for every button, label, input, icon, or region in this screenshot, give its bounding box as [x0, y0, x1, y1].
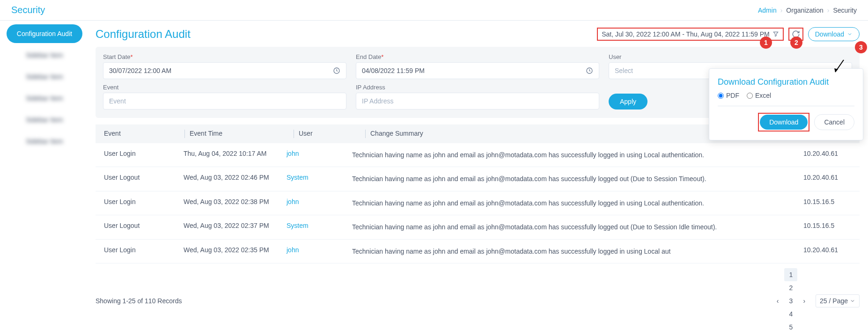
clock-icon — [333, 67, 340, 74]
cancel-button[interactable]: Cancel — [814, 114, 854, 130]
page-top-title: Security — [11, 5, 45, 15]
chevron-down-icon — [847, 31, 853, 37]
apply-button[interactable]: Apply — [609, 94, 647, 110]
page-2[interactable]: 2 — [784, 281, 797, 294]
breadcrumb-admin[interactable]: Admin — [758, 7, 777, 14]
callout-3: 3 — [855, 41, 867, 53]
table-row: User LoginWed, Aug 03, 2022 02:38 PMjohn… — [96, 191, 860, 215]
sidebar-item[interactable]: Sidebar Item — [7, 89, 82, 108]
sidebar-item[interactable]: Sidebar Item — [7, 67, 82, 86]
cell-time: Wed, Aug 03, 2022 02:46 PM — [182, 174, 285, 181]
user-filter-label: User — [609, 53, 852, 60]
table-row: User LoginWed, Aug 03, 2022 02:35 PMjohn… — [96, 240, 860, 263]
cell-event: User Login — [102, 246, 182, 254]
cell-time: Wed, Aug 03, 2022 02:37 PM — [182, 222, 285, 229]
sidebar: Configuration Audit Sidebar Item Sidebar… — [0, 21, 89, 336]
radio-pdf-input[interactable] — [718, 93, 724, 99]
table-row: User LoginThu, Aug 04, 2022 10:17 AMjohn… — [96, 143, 860, 167]
cell-event: User Logout — [102, 174, 182, 181]
ip-filter-label: IP Address — [356, 84, 599, 91]
cell-summary: Technician having name as john and email… — [350, 246, 802, 256]
event-filter-label: Event — [103, 84, 346, 91]
col-event: Event — [102, 130, 182, 138]
cell-summary: Technician having name as john and email… — [350, 222, 802, 232]
cell-time: Wed, Aug 03, 2022 02:35 PM — [182, 246, 285, 254]
breadcrumb: Admin › Organization › Security — [758, 7, 857, 14]
radio-excel-input[interactable] — [747, 93, 753, 99]
cell-time: Thu, Aug 04, 2022 10:17 AM — [182, 150, 285, 157]
page-size-select[interactable]: 25 / Page — [816, 294, 860, 307]
cell-event: User Login — [102, 150, 182, 157]
breadcrumb-organization[interactable]: Organization — [786, 7, 823, 14]
cell-event: User Login — [102, 198, 182, 205]
end-date-input[interactable]: 04/08/2022 11:59 PM — [356, 62, 599, 79]
filter-icon — [772, 31, 779, 37]
cell-summary: Technician having name as john and email… — [350, 150, 802, 160]
cell-user[interactable]: john — [285, 198, 350, 205]
sidebar-item[interactable]: Sidebar Item — [7, 46, 82, 65]
cell-ip: 10.20.40.61 — [802, 174, 853, 181]
event-input[interactable]: Event — [103, 93, 346, 110]
cell-ip: 10.15.16.5 — [802, 198, 853, 205]
table-row: User LogoutWed, Aug 03, 2022 02:46 PMSys… — [96, 167, 860, 191]
page-1[interactable]: 1 — [784, 268, 797, 281]
col-time: Event Time — [188, 130, 291, 138]
cell-ip: 10.15.16.5 — [802, 222, 853, 229]
record-count: Showing 1-25 of 110 Records — [96, 297, 182, 305]
download-popup: Download Configuration Audit PDF Excel D… — [709, 68, 863, 140]
page-5[interactable]: 5 — [784, 321, 797, 334]
date-range-filter[interactable]: Sat, Jul 30, 2022 12:00 AM - Thu, Aug 04… — [597, 28, 784, 41]
start-date-input[interactable]: 30/07/2022 12:00 AM — [103, 62, 346, 79]
next-page[interactable]: › — [800, 297, 808, 305]
chevron-right-icon: › — [827, 7, 830, 14]
audit-table: Event Event Time User Change Summary IP … — [96, 124, 860, 263]
sidebar-item-configuration-audit[interactable]: Configuration Audit — [7, 24, 82, 43]
chevron-right-icon: › — [780, 7, 783, 14]
pagination: ‹ 12345 › 25 / Page — [774, 268, 860, 334]
arrow-annotation-icon — [831, 58, 849, 77]
download-dropdown-button[interactable]: Download — [808, 27, 860, 41]
chevron-down-icon — [850, 298, 855, 304]
cell-user[interactable]: john — [285, 150, 350, 157]
cell-user[interactable]: john — [285, 246, 350, 254]
download-confirm-button[interactable]: Download — [760, 115, 808, 130]
callout-1: 1 — [760, 37, 772, 49]
cell-ip: 10.20.40.61 — [802, 246, 853, 254]
cell-time: Wed, Aug 03, 2022 02:38 PM — [182, 198, 285, 205]
cell-event: User Logout — [102, 222, 182, 229]
radio-pdf[interactable]: PDF — [718, 92, 739, 99]
sidebar-item[interactable]: Sidebar Item — [7, 110, 82, 129]
cell-ip: 10.20.40.61 — [802, 150, 853, 157]
ip-address-input[interactable]: IP Address — [356, 93, 599, 110]
prev-page[interactable]: ‹ — [774, 297, 782, 305]
page-title: Configuration Audit — [96, 28, 191, 41]
sidebar-item[interactable]: Sidebar Item — [7, 132, 82, 151]
radio-excel[interactable]: Excel — [747, 92, 771, 99]
download-label: Download — [815, 30, 844, 38]
callout-2: 2 — [790, 37, 802, 49]
date-range-text: Sat, Jul 30, 2022 12:00 AM - Thu, Aug 04… — [602, 30, 770, 38]
end-date-label: End Date* — [356, 53, 599, 60]
clock-icon — [586, 67, 593, 74]
cell-user[interactable]: System — [285, 174, 350, 181]
page-3[interactable]: 3 — [784, 294, 797, 307]
cell-summary: Technician having name as john and email… — [350, 174, 802, 184]
breadcrumb-security: Security — [833, 7, 857, 14]
cell-user[interactable]: System — [285, 222, 350, 229]
col-user: User — [297, 130, 362, 138]
page-4[interactable]: 4 — [784, 307, 797, 321]
table-row: User LogoutWed, Aug 03, 2022 02:37 PMSys… — [96, 215, 860, 239]
start-date-label: Start Date* — [103, 53, 346, 60]
download-popup-title: Download Configuration Audit — [718, 77, 854, 87]
cell-summary: Technician having name as john and email… — [350, 198, 802, 208]
